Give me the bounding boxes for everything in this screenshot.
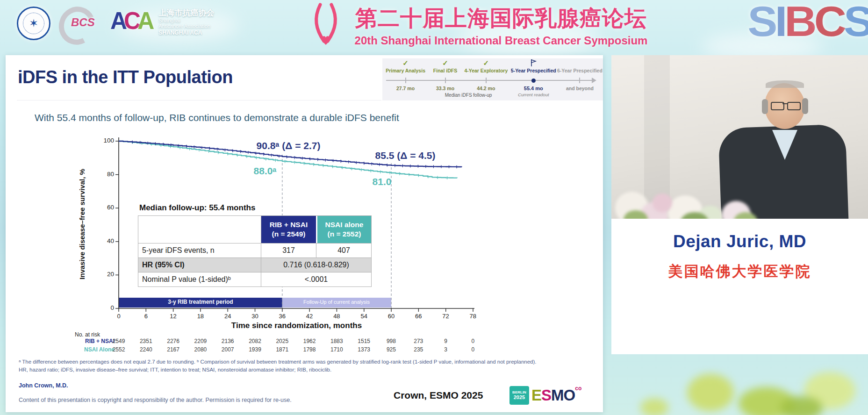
annotation-nsai-60: 81.0 (354, 176, 410, 187)
x-tick-label: 42 (296, 313, 323, 320)
flower-decoration (653, 193, 672, 212)
risk-value: 1962 (296, 338, 323, 344)
y-tick-label: 100 (97, 137, 114, 144)
page-background: ✶ BCS ACA 上海市抗癌协会 Shanghai Anticancer As… (0, 0, 868, 415)
aca-name-cn: 上海市抗癌协会 (158, 8, 214, 18)
x-axis-tick-labels: 06121824303642485460667278 (105, 313, 487, 320)
sibcs-letter: I (775, 1, 785, 42)
x-tick-label: 48 (323, 313, 350, 320)
aca-letter: C (124, 7, 137, 35)
conference-title-cn: 第二十届上海国际乳腺癌论坛 (347, 4, 655, 33)
x-tick-label: 6 (132, 313, 159, 320)
conference-title: 第二十届上海国际乳腺癌论坛 20th Shanghai Internationa… (347, 4, 655, 47)
risk-value: 1798 (296, 346, 323, 353)
stats-row-label: 5-year iDFS events, n (138, 243, 261, 258)
stats-table: RIB + NSAI (n = 2549) NSAI alone (n = 25… (138, 215, 372, 287)
stats-header-nsai: NSAI alone (n = 2552) (316, 216, 371, 243)
footnote-line1: ᵃ The difference between percentages doe… (19, 359, 537, 365)
speaker-hair (802, 98, 808, 114)
speaker-name: Dejan Juric, MD (611, 232, 868, 251)
stats-header-empty (138, 216, 261, 243)
stats-header-rib: RIB + NSAI (n = 2549) (261, 216, 316, 243)
annotation-rib-36: 90.8ᵃ (Δ = 2.7) (242, 140, 335, 151)
y-tick-label: 60 (97, 204, 114, 211)
speaker-affiliation: 美国哈佛大学医学院 (611, 262, 868, 281)
y-tick-label: 20 (97, 271, 114, 278)
x-tick-label: 78 (459, 313, 487, 320)
aca-name-en3: SHANGHAI ACA (158, 30, 214, 36)
risk-value: 1939 (241, 346, 268, 353)
stats-value-pvalue: <.0001 (261, 272, 371, 286)
risk-value: 2552 (105, 346, 132, 353)
caca-emblem-icon: ✶ (23, 13, 44, 34)
presentation-slide: iDFS in the ITT Population With 55.4 mon… (6, 55, 603, 412)
risk-value: 2136 (214, 338, 241, 344)
risk-values-nsai: 2552224021672080200719391871179817101373… (105, 346, 487, 353)
risk-value: 1883 (323, 338, 350, 344)
sibcs-letter: S (844, 1, 868, 42)
risk-value: 2007 (214, 346, 241, 353)
glasses-icon (787, 102, 801, 110)
risk-value: 1515 (351, 338, 378, 344)
speaker-caption-panel: Dejan Juric, MD 美国哈佛大学医学院 (611, 219, 868, 354)
stats-table-caption: Median follow-up: 55.4 months (139, 203, 255, 213)
risk-value: 2209 (187, 338, 214, 344)
shanghai-aca-logo: ACA 上海市抗癌协会 Shanghai Anticancer Associat… (110, 7, 214, 36)
glasses-bridge (782, 103, 787, 104)
aca-letter: A (110, 7, 124, 35)
y-tick-label: 40 (97, 237, 114, 244)
risk-value: 1871 (269, 346, 296, 353)
speaker-hair (766, 80, 804, 88)
aca-letters: ACA (110, 6, 151, 36)
risk-value: 2276 (159, 338, 187, 344)
x-tick-label: 54 (351, 313, 378, 320)
risk-values-rib: 2549235122762209213620822025196218831515… (105, 338, 487, 344)
risk-value: 2082 (241, 338, 268, 344)
sibcs-logo: SIBCS (748, 1, 868, 42)
treatment-bar-label-rib: 3-y RIB treatment period (130, 299, 271, 305)
header-bar: ✶ BCS ACA 上海市抗癌协会 Shanghai Anticancer As… (0, 0, 868, 49)
risk-value: 3 (432, 346, 459, 353)
y-tick-label: 80 (97, 171, 114, 178)
risk-value: 2240 (132, 346, 159, 353)
pink-ribbon-icon (306, 2, 345, 49)
x-tick-label: 60 (378, 313, 405, 320)
risk-value: 235 (405, 346, 432, 353)
stats-value-hr: 0.716 (0.618-0.829) (261, 258, 371, 272)
footnote-line2: HR, hazard ratio; iDFS, invasive disease… (19, 367, 331, 372)
risk-value: 0 (459, 338, 487, 344)
speaker-hair (762, 99, 768, 114)
risk-value: 2025 (269, 338, 296, 344)
y-tick-label: 0 (97, 304, 114, 311)
x-tick-label: 66 (405, 313, 432, 320)
treatment-bar-label-followup: Follow-Up of current analysis (285, 299, 388, 305)
risk-value: 998 (378, 338, 405, 344)
conference-title-en: 20th Shanghai International Breast Cance… (347, 34, 655, 47)
x-tick-label: 18 (187, 313, 214, 320)
risk-value: 2080 (187, 346, 214, 353)
speaker-video-feed (611, 55, 868, 219)
y-axis-title: Invasive disease–free survival, % (78, 140, 86, 308)
stats-value-nsai: 407 (316, 243, 371, 258)
aca-text-block: 上海市抗癌协会 Shanghai Anticancer Association … (158, 7, 214, 36)
x-tick-label: 0 (105, 313, 132, 320)
x-tick-label: 30 (241, 313, 268, 320)
cbcs-text: BCS (71, 16, 95, 29)
stats-row-label: Nominal P value (1-sided)ᵇ (138, 272, 261, 286)
risk-value: 1710 (323, 346, 350, 353)
china-anticancer-association-logo: ✶ (17, 7, 50, 40)
risk-value: 1373 (351, 346, 378, 353)
risk-value: 9 (432, 338, 459, 344)
risk-value: 2549 (105, 338, 132, 344)
risk-value: 925 (378, 346, 405, 353)
x-tick-label: 36 (269, 313, 296, 320)
aca-name-en2: Anticancer Association (158, 23, 214, 29)
sibcs-letter: B (784, 1, 814, 42)
no-at-risk-title: No. at risk (75, 331, 100, 338)
aca-name-en1: Shanghai (158, 18, 214, 24)
risk-value: 0 (459, 346, 487, 353)
x-tick-label: 72 (432, 313, 459, 320)
sibcs-letter: C (814, 1, 844, 42)
x-axis-title: Time since randomization, months (119, 321, 474, 330)
aca-letter: A (137, 7, 151, 35)
